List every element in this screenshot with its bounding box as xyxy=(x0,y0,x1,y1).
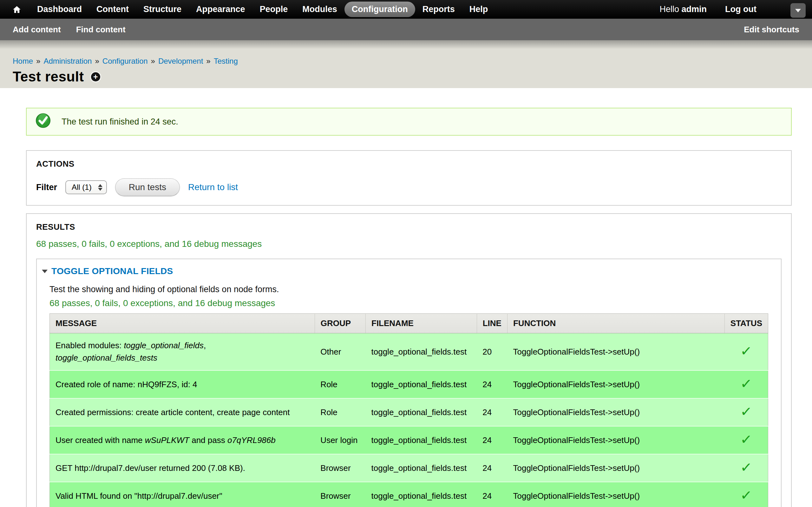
cell-group: Other xyxy=(315,333,365,371)
breadcrumb-separator: » xyxy=(95,57,99,65)
header-message: MESSAGE xyxy=(50,314,315,333)
table-row: GET http://drupal7.dev/user returned 200… xyxy=(50,454,768,482)
cell-function: ToggleOptionalFieldsTest->setUp() xyxy=(507,426,724,454)
message-text: Enabled modules: xyxy=(55,341,124,350)
main-content: The test run finished in 24 sec. ACTIONS… xyxy=(0,88,812,507)
header-line: LINE xyxy=(477,314,507,333)
cell-message: Created role of name: nHQ9fFZS, id: 4 xyxy=(50,371,315,398)
cell-line: 24 xyxy=(477,371,507,398)
toolbar-toggle-button[interactable] xyxy=(791,3,806,18)
toolbar-item-modules[interactable]: Modules xyxy=(295,2,345,17)
table-row: Created role of name: nHQ9fFZS, id: 4 Ro… xyxy=(50,371,768,398)
pass-check-icon: ✓ xyxy=(740,404,753,419)
breadcrumb-separator: » xyxy=(206,57,210,65)
status-message-text: The test run finished in 24 sec. xyxy=(61,117,178,127)
return-to-list-link[interactable]: Return to list xyxy=(188,182,238,192)
header-status: STATUS xyxy=(724,314,768,333)
pass-check-icon: ✓ xyxy=(740,460,753,475)
table-header-row: MESSAGE GROUP FILENAME LINE FUNCTION STA… xyxy=(50,314,768,333)
toolbar-item-people[interactable]: People xyxy=(252,2,295,17)
message-text: toggle_optional_fields_tests xyxy=(55,353,157,362)
cell-status: ✓ xyxy=(724,398,768,426)
toolbar-menu: DashboardContentStructureAppearancePeopl… xyxy=(30,2,495,17)
test-group-summary: 68 passes, 0 fails, 0 exceptions, and 16… xyxy=(49,298,768,308)
breadcrumb-link[interactable]: Administration xyxy=(44,57,92,65)
cell-group: Role xyxy=(315,371,365,398)
toolbar-item-appearance[interactable]: Appearance xyxy=(189,2,252,17)
table-row: Enabled modules: toggle_optional_fields,… xyxy=(50,333,768,371)
shortcut-item-add-content[interactable]: Add content xyxy=(13,25,61,35)
message-text: Created role of name: nHQ9fFZS, id: 4 xyxy=(55,380,197,389)
breadcrumb-link[interactable]: Development xyxy=(158,57,203,65)
add-to-shortcuts-icon[interactable]: + xyxy=(91,72,100,81)
cell-line: 24 xyxy=(477,454,507,482)
cell-function: ToggleOptionalFieldsTest->setUp() xyxy=(507,333,724,371)
collapse-arrow-icon xyxy=(42,270,48,273)
message-text: GET http://drupal7.dev/user returned 200… xyxy=(55,463,245,473)
toolbar-item-content[interactable]: Content xyxy=(89,2,136,17)
cell-status: ✓ xyxy=(724,371,768,398)
header-filename: FILENAME xyxy=(366,314,477,333)
edit-shortcuts-link[interactable]: Edit shortcuts xyxy=(744,25,799,35)
shortcut-items: Add contentFind content xyxy=(13,25,125,35)
breadcrumb-separator: » xyxy=(36,57,40,65)
test-group-fieldset: TOGGLE OPTIONAL FIELDS Test the showing … xyxy=(36,259,781,507)
breadcrumb-link[interactable]: Home xyxy=(13,57,33,65)
cell-line: 24 xyxy=(477,398,507,426)
pass-check-icon: ✓ xyxy=(740,377,753,391)
cell-filename: toggle_optional_fields.test xyxy=(366,398,477,426)
pass-check-icon: ✓ xyxy=(740,432,753,447)
message-text: toggle_optional_fields xyxy=(124,341,204,350)
toolbar-item-reports[interactable]: Reports xyxy=(415,2,462,17)
home-icon[interactable] xyxy=(13,5,21,14)
cell-group: Browser xyxy=(315,454,365,482)
results-table-body: Enabled modules: toggle_optional_fields,… xyxy=(50,333,768,507)
cell-status: ✓ xyxy=(724,333,768,371)
results-summary: 68 passes, 0 fails, 0 exceptions, and 16… xyxy=(36,239,781,249)
breadcrumb-link[interactable]: Configuration xyxy=(102,57,148,65)
results-legend: RESULTS xyxy=(36,222,781,232)
run-tests-button[interactable]: Run tests xyxy=(115,178,180,196)
breadcrumb-link[interactable]: Testing xyxy=(214,57,238,65)
breadcrumb-separator: » xyxy=(151,57,155,65)
page-header: Home»Administration»Configuration»Develo… xyxy=(0,40,812,88)
user-greeting-link[interactable]: Hello admin xyxy=(659,4,707,14)
toolbar-item-configuration[interactable]: Configuration xyxy=(345,2,415,17)
table-row: Valid HTML found on "http://drupal7.dev/… xyxy=(50,482,768,507)
logout-link[interactable]: Log out xyxy=(725,4,757,14)
table-row: Created permissions: create article cont… xyxy=(50,398,768,426)
toolbar-item-help[interactable]: Help xyxy=(462,2,496,17)
cell-status: ✓ xyxy=(724,426,768,454)
success-check-icon xyxy=(36,113,51,130)
cell-filename: toggle_optional_fields.test xyxy=(366,482,477,507)
cell-line: 24 xyxy=(477,482,507,507)
filter-select[interactable]: All (1) xyxy=(65,180,107,194)
toolbar-item-structure[interactable]: Structure xyxy=(136,2,189,17)
message-text: , xyxy=(204,341,206,350)
shortcut-item-find-content[interactable]: Find content xyxy=(76,25,125,35)
header-group: GROUP xyxy=(315,314,365,333)
cell-status: ✓ xyxy=(724,454,768,482)
cell-group: Browser xyxy=(315,482,365,507)
test-group-title-link[interactable]: TOGGLE OPTIONAL FIELDS xyxy=(51,266,173,276)
cell-filename: toggle_optional_fields.test xyxy=(366,333,477,371)
cell-filename: toggle_optional_fields.test xyxy=(366,454,477,482)
toolbar-user-area: Hello admin Log out xyxy=(659,4,757,14)
filter-select-value: All (1) xyxy=(72,183,92,192)
cell-function: ToggleOptionalFieldsTest->setUp() xyxy=(507,371,724,398)
header-function: FUNCTION xyxy=(507,314,724,333)
breadcrumb: Home»Administration»Configuration»Develo… xyxy=(13,57,799,66)
actions-fieldset: ACTIONS Filter All (1) Run tests Return … xyxy=(26,150,792,206)
cell-line: 24 xyxy=(477,426,507,454)
filter-label: Filter xyxy=(36,182,57,192)
cell-group: Role xyxy=(315,398,365,426)
results-table: MESSAGE GROUP FILENAME LINE FUNCTION STA… xyxy=(49,314,768,507)
toolbar-item-dashboard[interactable]: Dashboard xyxy=(30,2,89,17)
cell-filename: toggle_optional_fields.test xyxy=(366,426,477,454)
cell-message: Created permissions: create article cont… xyxy=(50,398,315,426)
cell-message: User created with name wSuPLKWT and pass… xyxy=(50,426,315,454)
select-arrows-icon xyxy=(98,184,102,191)
results-fieldset: RESULTS 68 passes, 0 fails, 0 exceptions… xyxy=(26,213,792,507)
message-text: and pass xyxy=(189,435,227,445)
message-text: User created with name xyxy=(55,435,145,445)
